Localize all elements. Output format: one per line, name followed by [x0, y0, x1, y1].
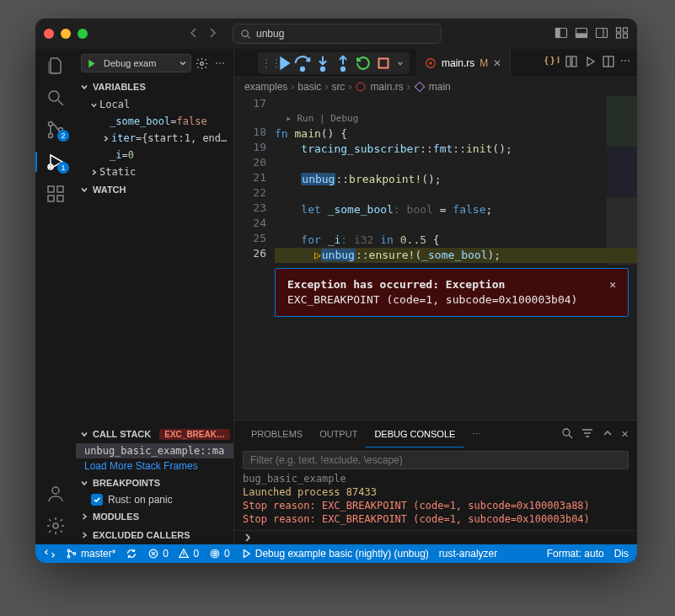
- breadcrumb-segment[interactable]: main.rs: [355, 81, 403, 93]
- breakpoint-item[interactable]: Rust: on panic: [76, 492, 233, 507]
- toggle-secondary-sidebar-icon[interactable]: [595, 26, 608, 42]
- run-file-icon[interactable]: [583, 55, 597, 71]
- format-status[interactable]: Format: auto: [547, 548, 604, 560]
- lsp-status[interactable]: rust-analyzer: [439, 548, 497, 560]
- editor-tabs: ⋮⋮ main.rs M ✕ { } l: [234, 49, 637, 78]
- compare-icon[interactable]: [565, 55, 578, 71]
- extensions-view-icon[interactable]: [46, 184, 66, 204]
- filter-console-icon[interactable]: [581, 426, 594, 442]
- maximize-window-button[interactable]: [78, 29, 88, 39]
- git-branch-status[interactable]: master*: [66, 548, 115, 560]
- breadcrumb-segment[interactable]: examples: [244, 81, 287, 93]
- chevron-right-icon: [243, 533, 253, 543]
- minimize-window-button[interactable]: [61, 29, 71, 39]
- stack-frame[interactable]: unbug_basic_example::ma: [76, 443, 233, 458]
- split-editor-icon[interactable]: [602, 55, 615, 71]
- step-over-button[interactable]: [293, 54, 312, 72]
- search-view-icon[interactable]: [46, 88, 66, 108]
- collapse-panel-icon[interactable]: [601, 426, 614, 442]
- search-console-icon[interactable]: [560, 426, 574, 442]
- callstack-label: CALL STACK: [93, 429, 151, 439]
- checkbox-checked-icon[interactable]: [91, 494, 103, 506]
- watch-section-header[interactable]: WATCH: [76, 180, 233, 199]
- breadcrumb-segment[interactable]: src: [331, 81, 345, 93]
- toggle-primary-sidebar-icon[interactable]: [554, 26, 568, 42]
- svg-point-20: [53, 523, 58, 528]
- gutter: 17 18 19 20 21 22 23 24 25 ▷26: [234, 96, 275, 420]
- debug-toolbar-chevron-icon[interactable]: [394, 54, 406, 72]
- titlebar: unbug: [35, 19, 637, 49]
- scope-static[interactable]: Static: [76, 163, 233, 180]
- debug-floating-toolbar[interactable]: ⋮⋮: [258, 52, 410, 74]
- accounts-icon[interactable]: [46, 484, 66, 504]
- json-lang-icon[interactable]: { } l: [544, 55, 560, 71]
- status-extra[interactable]: Dis: [614, 548, 629, 560]
- close-window-button[interactable]: [44, 29, 54, 39]
- tab-output[interactable]: OUTPUT: [311, 420, 366, 447]
- modules-section-header[interactable]: MODULES: [76, 507, 233, 526]
- step-into-button[interactable]: [313, 54, 332, 72]
- continue-button[interactable]: [273, 54, 292, 72]
- panel-more-tabs[interactable]: ⋯: [463, 420, 490, 447]
- editor-area: ⋮⋮ main.rs M ✕ { } l: [234, 49, 637, 544]
- close-exception-icon[interactable]: ✕: [609, 277, 616, 292]
- console-filter-input[interactable]: [243, 451, 629, 469]
- svg-rect-28: [566, 56, 571, 67]
- excluded-label: EXCLUDED CALLERS: [93, 530, 190, 540]
- console-output[interactable]: bug_basic_example Launched process 87433…: [234, 473, 637, 530]
- search-icon: [240, 29, 251, 40]
- restart-button[interactable]: [354, 54, 372, 72]
- variable-row[interactable]: iter = {start:1, end…: [76, 130, 233, 147]
- callstack-section-header[interactable]: CALL STACK EXC_BREAK…: [76, 425, 233, 443]
- tab-debug-console[interactable]: DEBUG CONSOLE: [366, 420, 463, 447]
- ports-status[interactable]: 0: [209, 548, 230, 560]
- svg-rect-7: [624, 28, 628, 32]
- variable-row[interactable]: _i = 0: [76, 147, 233, 163]
- settings-gear-icon[interactable]: [46, 516, 66, 536]
- svg-point-38: [214, 553, 216, 554]
- command-center[interactable]: unbug: [233, 24, 442, 44]
- tab-problems[interactable]: PROBLEMS: [243, 420, 311, 447]
- step-out-button[interactable]: [334, 54, 352, 72]
- rust-file-icon: [425, 57, 437, 69]
- launch-config-selector[interactable]: Debug exam: [81, 54, 191, 72]
- debug-more-icon[interactable]: ⋯: [212, 57, 228, 69]
- source-control-view-icon[interactable]: 2: [46, 120, 66, 140]
- customize-layout-icon[interactable]: [615, 26, 629, 42]
- variables-section-header[interactable]: VARIABLES: [76, 78, 233, 96]
- remote-indicator[interactable]: [44, 548, 56, 560]
- start-debug-icon[interactable]: [82, 58, 100, 69]
- breadcrumb-segment[interactable]: basic: [297, 81, 321, 93]
- problems-status[interactable]: 0 0: [147, 548, 199, 560]
- scope-local[interactable]: Local: [76, 96, 233, 113]
- load-more-frames-button[interactable]: Load More Stack Frames: [76, 458, 233, 474]
- nav-forward-button[interactable]: [206, 26, 219, 42]
- sync-status[interactable]: [126, 548, 137, 560]
- exception-detail: EXC_BREAKPOINT (code=1, subcode=0x100003…: [287, 292, 616, 308]
- toggle-panel-icon[interactable]: [575, 26, 588, 42]
- breadcrumbs[interactable]: examples› basic› src› main.rs› main: [234, 78, 637, 96]
- more-actions-icon[interactable]: ⋯: [620, 55, 630, 71]
- codelens[interactable]: ▸ Run | Debug: [286, 113, 358, 124]
- close-tab-icon[interactable]: ✕: [493, 57, 501, 69]
- scm-badge: 2: [57, 130, 69, 142]
- editor-tab[interactable]: main.rs M ✕: [416, 49, 511, 78]
- stop-button[interactable]: [374, 54, 393, 72]
- svg-rect-29: [572, 56, 576, 67]
- nav-back-button[interactable]: [187, 26, 201, 42]
- breadcrumb-segment[interactable]: main: [414, 81, 451, 93]
- console-prompt[interactable]: [234, 530, 637, 544]
- close-panel-icon[interactable]: ✕: [621, 429, 629, 440]
- breakpoints-section-header[interactable]: BREAKPOINTS: [76, 474, 233, 492]
- drag-handle-icon[interactable]: ⋮⋮: [261, 57, 271, 69]
- search-text: unbug: [256, 28, 284, 40]
- open-launch-json-icon[interactable]: [193, 57, 210, 70]
- variable-row[interactable]: _some_bool = false: [76, 113, 233, 130]
- svg-point-31: [356, 83, 365, 91]
- run-debug-view-icon[interactable]: 1: [46, 152, 66, 172]
- svg-point-24: [341, 67, 345, 70]
- debug-status[interactable]: Debug example basic (nightly) (unbug): [240, 548, 429, 560]
- code-editor[interactable]: 17 18 19 20 21 22 23 24 25 ▷26 ▸ Run | D…: [234, 96, 637, 420]
- excluded-callers-section-header[interactable]: EXCLUDED CALLERS: [76, 526, 233, 544]
- explorer-view-icon[interactable]: [46, 56, 66, 76]
